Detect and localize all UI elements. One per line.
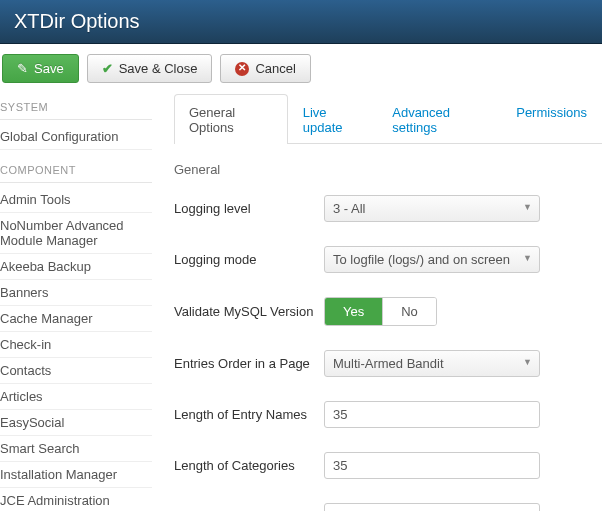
sidebar-item-articles[interactable]: Articles <box>0 384 152 410</box>
main: General Options Live update Advanced set… <box>152 93 602 511</box>
entries-order-select[interactable]: Multi-Armed Bandit <box>324 350 540 377</box>
sidebar-item-banners[interactable]: Banners <box>0 280 152 306</box>
toolbar: ✎ Save ✔ Save & Close ✕ Cancel <box>0 44 602 93</box>
field-length-descriptions: Length of Descriptions <box>174 503 602 511</box>
field-entries-order: Entries Order in a Page Multi-Armed Band… <box>174 350 602 377</box>
page-title: XTDir Options <box>14 10 588 33</box>
sidebar-item-admin-tools[interactable]: Admin Tools <box>0 187 152 213</box>
field-logging-mode: Logging mode To logfile (logs/) and on s… <box>174 246 602 273</box>
field-validate-mysql: Validate MySQL Version Yes No <box>174 297 602 326</box>
length-descriptions-input[interactable] <box>324 503 540 511</box>
logging-level-select-wrap: 3 - All <box>324 195 540 222</box>
field-label: Length of Categories <box>174 458 324 473</box>
length-categories-input[interactable] <box>324 452 540 479</box>
sidebar-item-cache-manager[interactable]: Cache Manager <box>0 306 152 332</box>
field-length-entry-names: Length of Entry Names <box>174 401 602 428</box>
cancel-button[interactable]: ✕ Cancel <box>220 54 310 83</box>
validate-mysql-no[interactable]: No <box>382 298 436 325</box>
field-logging-level: Logging level 3 - All <box>174 195 602 222</box>
layout: SYSTEM Global Configuration COMPONENT Ad… <box>0 93 602 511</box>
field-label: Validate MySQL Version <box>174 304 324 319</box>
field-label: Entries Order in a Page <box>174 356 324 371</box>
save-close-button-label: Save & Close <box>119 61 198 76</box>
sidebar-item-global-configuration[interactable]: Global Configuration <box>0 124 152 150</box>
validate-mysql-toggle: Yes No <box>324 297 437 326</box>
tab-advanced-settings[interactable]: Advanced settings <box>377 94 501 144</box>
cancel-icon: ✕ <box>235 62 249 76</box>
entries-order-select-wrap: Multi-Armed Bandit <box>324 350 540 377</box>
field-label: Length of Entry Names <box>174 407 324 422</box>
save-button-label: Save <box>34 61 64 76</box>
section-title: General <box>174 162 602 177</box>
validate-mysql-yes[interactable]: Yes <box>325 298 382 325</box>
field-label: Logging mode <box>174 252 324 267</box>
sidebar-group-title: COMPONENT <box>0 160 152 183</box>
sidebar-item-nonumber-advanced-module-manager[interactable]: NoNumber Advanced Module Manager <box>0 213 152 254</box>
sidebar-item-easysocial[interactable]: EasySocial <box>0 410 152 436</box>
field-length-categories: Length of Categories <box>174 452 602 479</box>
logging-level-select[interactable]: 3 - All <box>324 195 540 222</box>
length-entry-names-input[interactable] <box>324 401 540 428</box>
sidebar-group-title: SYSTEM <box>0 97 152 120</box>
sidebar-item-akeeba-backup[interactable]: Akeeba Backup <box>0 254 152 280</box>
sidebar-item-installation-manager[interactable]: Installation Manager <box>0 462 152 488</box>
tab-general-options[interactable]: General Options <box>174 94 288 144</box>
sidebar-item-smart-search[interactable]: Smart Search <box>0 436 152 462</box>
sidebar: SYSTEM Global Configuration COMPONENT Ad… <box>0 93 152 511</box>
logging-mode-select-wrap: To logfile (logs/) and on screen <box>324 246 540 273</box>
cancel-button-label: Cancel <box>255 61 295 76</box>
sidebar-group-system: SYSTEM Global Configuration <box>0 97 152 150</box>
sidebar-group-component: COMPONENT Admin Tools NoNumber Advanced … <box>0 160 152 511</box>
apply-icon: ✎ <box>17 61 28 76</box>
page-header: XTDir Options <box>0 0 602 44</box>
logging-mode-select[interactable]: To logfile (logs/) and on screen <box>324 246 540 273</box>
field-label: Logging level <box>174 201 324 216</box>
sidebar-item-check-in[interactable]: Check-in <box>0 332 152 358</box>
tab-permissions[interactable]: Permissions <box>501 94 602 144</box>
sidebar-item-jce-administration[interactable]: JCE Administration <box>0 488 152 511</box>
tabs: General Options Live update Advanced set… <box>174 93 602 144</box>
tab-live-update[interactable]: Live update <box>288 94 377 144</box>
save-button[interactable]: ✎ Save <box>2 54 79 83</box>
sidebar-item-contacts[interactable]: Contacts <box>0 358 152 384</box>
save-close-button[interactable]: ✔ Save & Close <box>87 54 213 83</box>
check-icon: ✔ <box>102 61 113 76</box>
